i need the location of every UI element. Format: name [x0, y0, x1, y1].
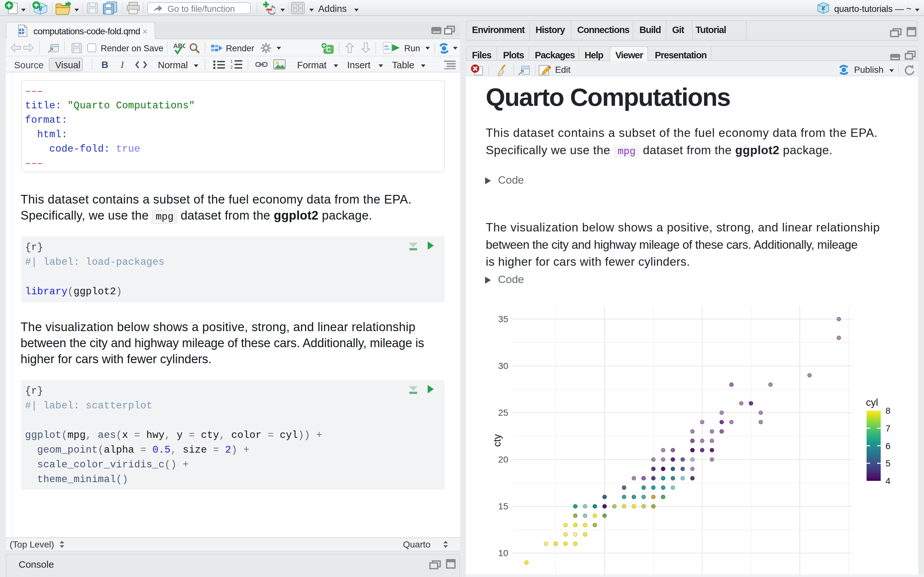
- svg-text:2: 2: [230, 65, 233, 69]
- svg-text:8: 8: [885, 406, 891, 416]
- svg-text:25: 25: [498, 408, 508, 418]
- svg-text:30: 30: [498, 361, 508, 371]
- svg-text:35: 35: [498, 314, 508, 324]
- svg-text:cyl: cyl: [866, 397, 878, 408]
- svg-text:15: 15: [498, 501, 508, 511]
- svg-text:ABC: ABC: [173, 42, 186, 49]
- svg-text:cty: cty: [491, 434, 503, 447]
- svg-text:20: 20: [498, 455, 508, 464]
- svg-text:7: 7: [885, 424, 891, 434]
- svg-text:10: 10: [498, 548, 508, 558]
- svg-text:4: 4: [885, 476, 891, 486]
- svg-text:R: R: [821, 5, 825, 11]
- svg-text:1: 1: [230, 59, 233, 64]
- svg-text:6: 6: [885, 441, 891, 451]
- svg-text:5: 5: [885, 458, 891, 468]
